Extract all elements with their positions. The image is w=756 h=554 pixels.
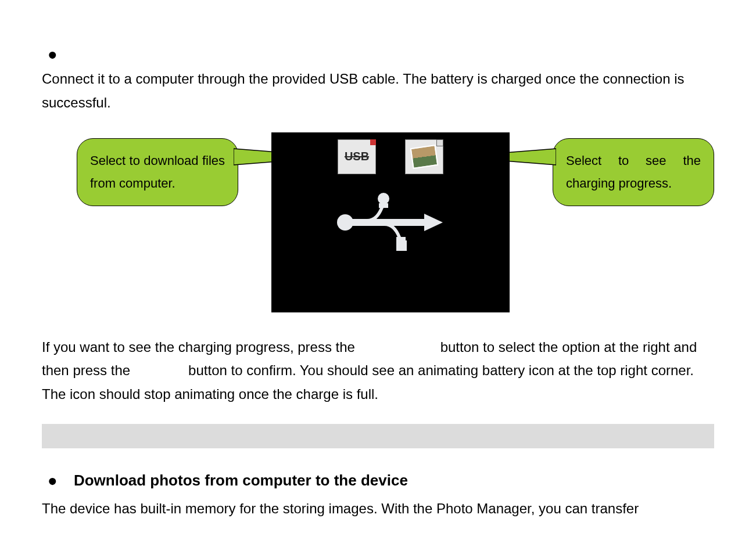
usb-trident-icon	[332, 190, 449, 254]
callout-left-text: Select to download files from computer.	[90, 153, 225, 191]
svg-marker-4	[424, 214, 443, 231]
callout-left: Select to download files from computer.	[77, 138, 238, 206]
device-screen: USB	[271, 132, 510, 312]
section-heading: Download photos from computer to the dev…	[74, 472, 408, 490]
svg-rect-6	[396, 240, 407, 251]
callout-right-text: Select to see the charging progress.	[566, 153, 701, 191]
callout-right: Select to see the charging progress.	[553, 138, 714, 206]
document-content: ● Connect it to a computer through the p…	[0, 0, 756, 521]
intro-paragraph: Connect it to a computer through the pro…	[42, 67, 714, 115]
usb-icon-label: USB	[345, 150, 369, 163]
figure-area: Select to download files from computer. …	[42, 132, 714, 318]
charging-paragraph: If you want to see the charging progress…	[42, 336, 714, 406]
heading-bullet-icon: ●	[48, 472, 58, 490]
usb-mode-icon: USB	[338, 139, 376, 174]
heading-row: ● Download photos from computer to the d…	[48, 472, 714, 490]
bullet-marker: ●	[48, 46, 714, 63]
photo-mode-icon	[405, 139, 443, 174]
svg-point-5	[378, 193, 389, 204]
screen-icons-row: USB	[271, 139, 510, 174]
section-divider	[42, 424, 714, 448]
download-paragraph: The device has built-in memory for the s…	[42, 497, 714, 521]
photo-thumbnail	[410, 145, 439, 169]
